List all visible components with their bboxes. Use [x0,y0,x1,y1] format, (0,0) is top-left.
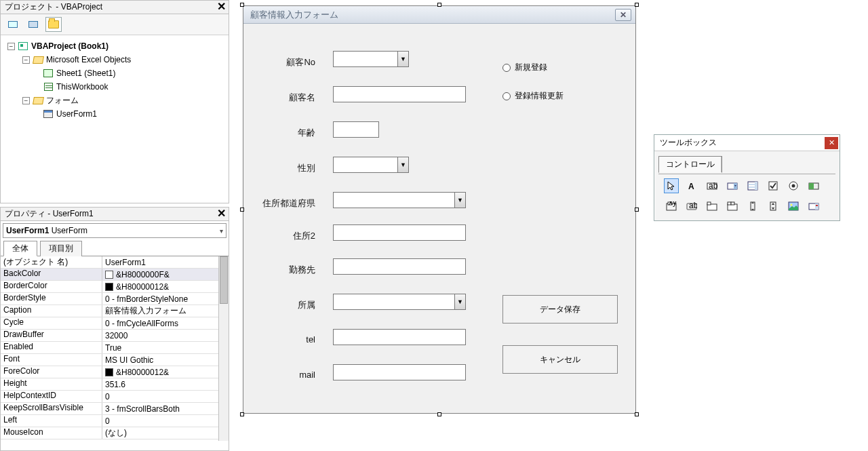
resize-handle[interactable] [635,3,639,7]
userform1[interactable]: 顧客情報入力フォーム ✕ 顧客No 顧客名 年齢 性別 住所都道府県 住所2 勤… [243,5,636,414]
property-row[interactable]: ForeColor&H80000012& [1,366,229,378]
view-code-button[interactable] [5,17,21,32]
toolbox-tab-controls[interactable]: コントロール [658,156,722,173]
tool-checkbox[interactable] [766,178,781,193]
tree-item-sheet1[interactable]: Sheet1 (Sheet1) [3,66,226,80]
tool-multipage[interactable] [725,199,740,214]
property-row[interactable]: (オブジェクト 名)UserForm1 [1,256,229,269]
properties-panel-close-button[interactable]: ✕ [215,208,227,220]
combo-dept[interactable]: ▼ [333,294,466,310]
resize-handle[interactable] [635,208,639,212]
property-value[interactable]: &H80000012& [102,281,229,292]
property-row[interactable]: BackColor&H8000000F& [1,269,229,281]
property-row[interactable]: BorderStyle0 - fmBorderStyleNone [1,293,229,305]
resize-handle[interactable] [437,3,441,7]
property-name: Caption [1,305,102,317]
tree-folder-excel-objects[interactable]: − Microsoft Excel Objects [3,53,226,66]
property-value[interactable]: 0 - fmCycleAllForms [102,317,229,329]
radio-update-register[interactable]: 登録情報更新 [502,90,564,102]
object-selector-combo[interactable]: UserForm1 UserForm ▾ [3,223,226,238]
project-panel: プロジェクト - VBAProject ✕ − VBAProject (Book… [0,0,229,203]
save-button[interactable]: データ保存 [502,295,618,323]
property-value[interactable]: (なし) [102,427,229,439]
userform-close-button[interactable]: ✕ [615,9,631,21]
tab-alphabetic[interactable]: 全体 [3,241,37,256]
tool-refedit[interactable] [806,199,821,214]
property-row[interactable]: Left0 [1,415,229,427]
toolbox-titlebar[interactable]: ツールボックス ✕ [654,135,840,151]
text-customer-name[interactable] [333,86,466,102]
tree-root[interactable]: − VBAProject (Book1) [3,39,226,53]
userform-body[interactable]: 顧客No 顧客名 年齢 性別 住所都道府県 住所2 勤務先 所属 tel mai… [243,24,635,413]
text-company[interactable] [333,258,466,275]
tool-textbox[interactable]: ab [705,178,719,193]
scrollbar-thumb[interactable] [220,256,228,304]
radio-new-register[interactable]: 新規登録 [502,62,547,73]
property-value[interactable]: 0 - fmBorderStyleNone [102,293,229,305]
property-row[interactable]: DrawBuffer32000 [1,330,229,342]
tool-label[interactable]: A [684,178,699,193]
property-value[interactable]: 3 - fmScrollBarsBoth [102,403,229,414]
toolbox-close-button[interactable]: ✕ [825,137,838,149]
property-value[interactable]: &H80000012& [102,366,229,378]
tool-spinbutton[interactable] [766,199,781,214]
property-row[interactable]: Height351.6 [1,378,229,391]
tool-combobox[interactable] [725,178,740,193]
properties-scrollbar[interactable] [218,256,229,441]
project-panel-close-button[interactable]: ✕ [215,1,227,14]
property-value[interactable]: 0 [102,391,229,402]
property-value[interactable]: MS UI Gothic [102,354,229,366]
property-row[interactable]: KeepScrollBarsVisible3 - fmScrollBarsBot… [1,403,229,415]
label-company: 勤務先 [250,264,315,276]
collapse-icon[interactable]: − [22,97,30,104]
property-value[interactable]: &H8000000F& [102,269,229,280]
tool-tabstrip[interactable] [705,199,719,214]
property-value-text: True [105,343,121,353]
cancel-button[interactable]: キャンセル [502,345,618,374]
combo-pref[interactable]: ▼ [333,192,466,208]
property-row[interactable]: Caption顧客情報入力フォーム [1,305,229,317]
text-tel[interactable] [333,329,466,345]
tree-folder-forms[interactable]: − フォーム [3,94,226,107]
project-panel-title: プロジェクト - VBAProject [5,1,102,13]
toggle-folders-button[interactable] [45,17,62,32]
tool-pointer[interactable] [664,178,679,193]
view-object-button[interactable] [25,17,41,32]
resize-handle[interactable] [437,412,441,416]
collapse-icon[interactable]: − [22,56,30,64]
tree-item-thisworkbook[interactable]: ThisWorkbook [3,80,226,94]
property-row[interactable]: EnabledTrue [1,342,229,354]
property-value-text: 0 [105,392,110,401]
property-row[interactable]: Cycle0 - fmCycleAllForms [1,317,229,330]
resize-handle[interactable] [240,3,244,7]
property-row[interactable]: HelpContextID0 [1,391,229,403]
tool-optionbutton[interactable] [786,178,801,193]
property-name: BackColor [1,269,102,280]
tool-togglebutton[interactable] [806,178,821,193]
text-age[interactable] [333,121,379,138]
property-row[interactable]: BorderColor&H80000012& [1,281,229,293]
combo-customer-no[interactable]: ▼ [333,51,409,67]
resize-handle[interactable] [240,208,244,212]
property-value[interactable]: 32000 [102,330,229,341]
property-value[interactable]: True [102,342,229,353]
tab-categorized[interactable]: 項目別 [40,241,82,256]
tool-frame[interactable]: xy [664,199,679,214]
resize-handle[interactable] [240,412,244,416]
property-value[interactable]: UserForm1 [102,256,229,268]
tool-scrollbar[interactable] [745,199,760,214]
resize-handle[interactable] [635,412,639,416]
tool-image[interactable] [786,199,801,214]
tree-item-userform1[interactable]: UserForm1 [3,107,226,121]
property-row[interactable]: MouseIcon(なし) [1,427,229,439]
property-value[interactable]: 顧客情報入力フォーム [102,305,229,317]
tool-listbox[interactable] [745,178,760,193]
property-value[interactable]: 351.6 [102,378,229,390]
property-value[interactable]: 0 [102,415,229,427]
tool-commandbutton[interactable]: ab [684,199,699,214]
combo-gender[interactable]: ▼ [333,157,409,173]
text-mail[interactable] [333,364,466,380]
property-row[interactable]: FontMS UI Gothic [1,354,229,366]
collapse-icon[interactable]: − [7,43,15,50]
text-addr2[interactable] [333,224,466,241]
